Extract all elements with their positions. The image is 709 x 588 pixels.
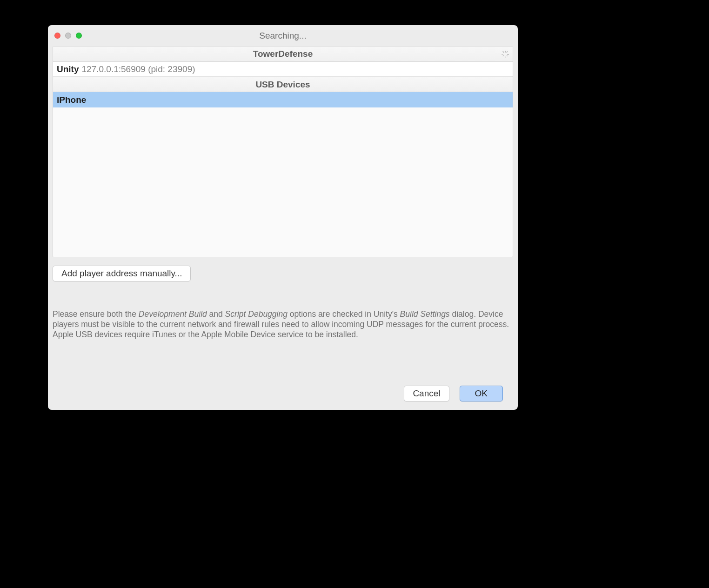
group-header-project: TowerDefense bbox=[53, 47, 513, 62]
dialog-window: Searching... TowerDefense bbox=[48, 25, 518, 410]
window-controls bbox=[54, 33, 82, 39]
minimize-icon[interactable] bbox=[65, 33, 71, 39]
group-header-usb: USB Devices bbox=[53, 77, 513, 92]
titlebar: Searching... bbox=[48, 25, 518, 46]
ok-button[interactable]: OK bbox=[460, 386, 503, 401]
players-list: TowerDefense bbox=[53, 46, 513, 257]
zoom-icon[interactable] bbox=[76, 33, 82, 39]
close-icon[interactable] bbox=[54, 33, 60, 39]
help-text: Please ensure both the Development Build… bbox=[48, 281, 518, 340]
svg-rect-6 bbox=[506, 51, 508, 53]
svg-rect-1 bbox=[505, 56, 505, 58]
window-title: Searching... bbox=[48, 31, 518, 41]
svg-rect-7 bbox=[502, 55, 504, 57]
svg-rect-0 bbox=[505, 51, 505, 53]
svg-rect-4 bbox=[502, 51, 504, 53]
cancel-button[interactable]: Cancel bbox=[404, 386, 449, 401]
svg-rect-5 bbox=[506, 55, 508, 57]
add-manual-button[interactable]: Add player address manually... bbox=[53, 266, 191, 281]
player-row[interactable]: Unity 127.0.0.1:56909 (pid: 23909) bbox=[53, 62, 513, 77]
player-address: 127.0.0.1:56909 (pid: 23909) bbox=[82, 64, 195, 74]
player-name: Unity bbox=[57, 64, 79, 74]
group-header-label: TowerDefense bbox=[253, 49, 313, 59]
spinner-icon bbox=[502, 50, 509, 58]
dialog-footer: Cancel OK bbox=[404, 386, 503, 401]
group-header-label: USB Devices bbox=[255, 80, 310, 90]
player-name: iPhone bbox=[57, 95, 86, 105]
svg-rect-3 bbox=[507, 54, 509, 54]
player-row-selected[interactable]: iPhone bbox=[53, 92, 513, 107]
svg-rect-2 bbox=[502, 54, 503, 54]
